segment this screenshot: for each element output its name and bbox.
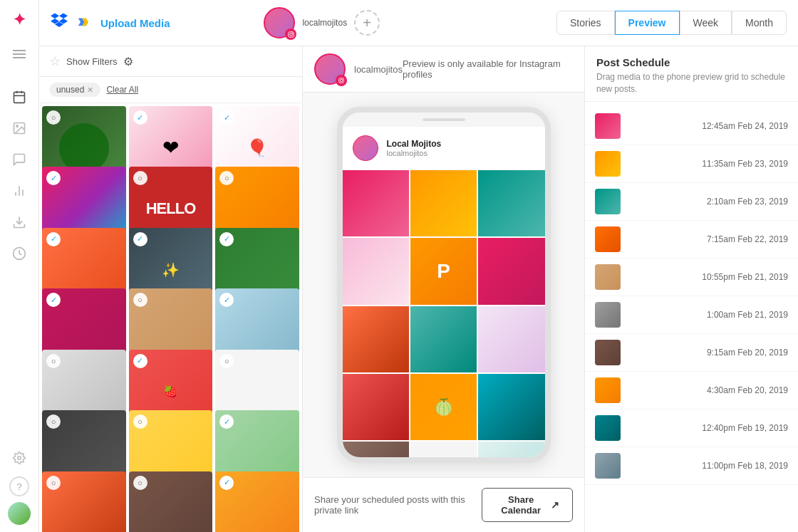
phone-grid-cell[interactable]: 🎉 [410,442,477,463]
phone-grid-cell[interactable] [478,306,544,372]
preview-profile-avatar-wrap [314,53,346,85]
select-checkbox[interactable]: ○ [219,354,234,368]
schedule-time: 12:45am Feb 24, 2019 [628,121,788,131]
user-avatar[interactable] [8,502,31,525]
schedule-item[interactable]: 4:30am Feb 20, 2019 [585,372,798,410]
schedule-item[interactable]: 12:45am Feb 24, 2019 [585,108,798,145]
select-checkbox[interactable]: ✓ [46,232,61,246]
main-area: Upload Media localmojitos + Stories Prev… [39,0,798,532]
instagram-badge [285,28,296,40]
select-checkbox[interactable]: ○ [133,414,147,429]
schedule-time: 10:55pm Feb 21, 2019 [628,272,788,282]
media-item[interactable]: ✓ [215,471,299,532]
select-checkbox[interactable]: ✓ [133,354,147,368]
post-schedule-desc: Drag media to the phone preview grid to … [596,71,787,95]
remove-unused-tag[interactable]: ✕ [87,85,93,95]
media-panel-header: ☆ Show Filters ⚙ [39,46,302,77]
select-checkbox[interactable]: ○ [133,476,147,490]
schedule-item[interactable]: 10:55pm Feb 21, 2019 [585,259,798,296]
schedule-time: 7:15am Feb 22, 2019 [628,234,788,244]
schedule-item[interactable]: 12:40pm Feb 19, 2019 [585,410,798,447]
select-checkbox[interactable]: ✓ [219,476,234,490]
chart-nav-icon[interactable] [6,178,32,204]
phone-grid-cell[interactable]: P [410,238,477,304]
preview-panel-header: localmojitos Preview is only available f… [303,46,584,93]
schedule-item[interactable]: 9:15am Feb 20, 2019 [585,334,798,372]
schedule-list: 12:45am Feb 24, 2019 11:35am Feb 23, 201… [585,102,798,532]
phone-mockup: Local Mojitos localmojitos P [337,107,551,463]
show-filters-button[interactable]: Show Filters [66,56,118,67]
hamburger-icon[interactable] [6,41,32,67]
select-checkbox[interactable]: ○ [46,110,61,125]
schedule-time: 1:00am Feb 21, 2019 [628,310,788,320]
dropbox-icon[interactable] [51,13,68,33]
phone-grid-cell[interactable] [343,442,409,463]
tab-stories[interactable]: Stories [556,11,615,35]
schedule-panel-header: Post Schedule Drag media to the phone pr… [585,46,798,102]
schedule-thumb [595,113,621,139]
phone-grid-cell[interactable]: 🍈 [410,374,477,440]
media-panel: ☆ Show Filters ⚙ unused ✕ Clear All [39,46,303,532]
unused-tag[interactable]: unused ✕ [49,83,100,97]
phone-grid-cell[interactable] [343,306,409,372]
phone-handle: localmojitos [387,149,442,157]
schedule-thumb [595,453,621,479]
filter-options-icon[interactable]: ⚙ [123,55,133,68]
preview-profile-handle: localmojitos [354,64,403,75]
schedule-time: 11:35am Feb 23, 2019 [628,159,788,169]
phone-notch [343,113,545,127]
select-checkbox[interactable]: ✓ [133,110,147,125]
schedule-time: 9:15am Feb 20, 2019 [628,348,788,358]
phone-grid-cell[interactable] [343,170,409,236]
schedule-thumb [595,226,621,252]
phone-grid-cell[interactable] [410,306,477,372]
svg-point-14 [18,457,21,460]
profile-avatar-wrap[interactable] [264,7,295,38]
select-checkbox[interactable]: ○ [133,293,147,307]
chat-nav-icon[interactable] [6,147,32,172]
phone-grid-cell[interactable] [343,238,409,304]
tab-month[interactable]: Month [732,11,787,35]
phone-notch-bar [423,118,465,121]
upload-toolbar: Upload Media [51,13,170,33]
phone-grid-cell[interactable] [478,238,544,304]
share-calendar-button[interactable]: Share Calendar ↗ [482,488,573,522]
tab-week[interactable]: Week [680,11,732,35]
preview-notice: Preview is only available for Instagram … [403,58,573,80]
select-checkbox[interactable]: ✓ [133,232,147,246]
analytics-nav-icon[interactable] [6,241,32,266]
download-nav-icon[interactable] [6,209,32,235]
help-nav-icon[interactable]: ? [9,476,29,496]
media-item[interactable]: ○ [129,471,213,532]
preview-content: Local Mojitos localmojitos P [303,93,584,477]
phone-grid-cell[interactable] [343,374,409,440]
schedule-item[interactable]: 1:00am Feb 21, 2019 [585,296,798,334]
settings-nav-icon[interactable] [6,445,32,471]
star-filter-icon[interactable]: ☆ [49,53,61,69]
schedule-item[interactable]: 11:00pm Feb 18, 2019 [585,447,798,485]
tab-preview[interactable]: Preview [615,11,680,35]
select-checkbox[interactable]: ○ [46,414,61,429]
media-nav-icon[interactable] [6,115,32,141]
media-item[interactable]: ○ [42,471,126,532]
phone-grid-cell[interactable]: 👥 [478,442,544,463]
phone-grid-cell[interactable] [478,170,544,236]
select-checkbox[interactable]: ○ [46,354,61,368]
schedule-time: 11:00pm Feb 18, 2019 [628,461,788,471]
select-checkbox[interactable]: ○ [46,476,61,490]
phone-username: Local Mojitos [387,139,442,149]
schedule-item[interactable]: 2:10am Feb 23, 2019 [585,183,798,221]
upload-media-button[interactable]: Upload Media [100,17,170,29]
schedule-item[interactable]: 11:35am Feb 23, 2019 [585,145,798,183]
google-drive-icon[interactable] [76,14,92,31]
svg-point-19 [340,79,342,81]
profile-info: localmojitos [314,53,403,85]
schedule-item[interactable]: 7:15am Feb 22, 2019 [585,221,798,259]
svg-point-8 [16,125,18,127]
add-profile-button[interactable]: + [354,10,380,36]
clear-all-button[interactable]: Clear All [106,85,138,95]
phone-grid-cell[interactable] [410,170,477,236]
phone-grid-cell[interactable] [478,374,544,440]
select-checkbox[interactable]: ○ [133,171,147,185]
calendar-nav-icon[interactable] [6,84,32,110]
